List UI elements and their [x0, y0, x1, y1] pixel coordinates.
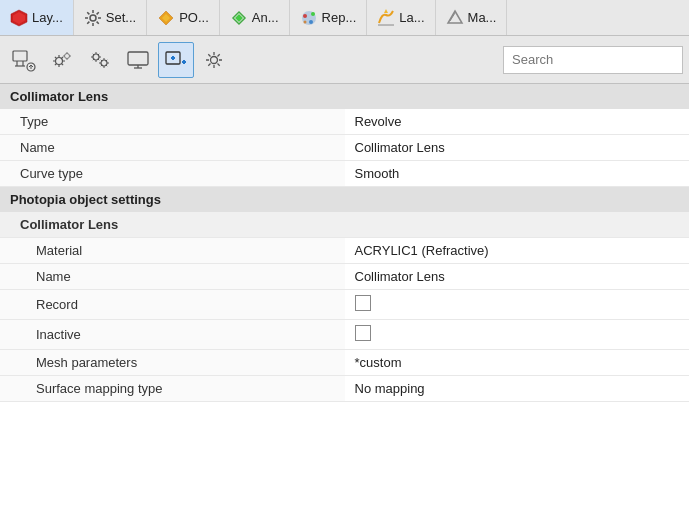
analyze-icon — [230, 9, 248, 27]
screen-icon — [126, 48, 150, 72]
prop-value-record — [345, 290, 690, 320]
menu-item-report[interactable]: Rep... — [290, 0, 368, 35]
prop-value-curve: Smooth — [345, 161, 690, 187]
table-row: Type Revolve — [0, 109, 689, 135]
table-row: Curve type Smooth — [0, 161, 689, 187]
prop-label-inactive: Inactive — [0, 320, 345, 350]
menu-item-settings-label: Set... — [106, 10, 136, 25]
subsection-row: Collimator Lens — [0, 212, 689, 238]
table-row: Mesh parameters *custom — [0, 350, 689, 376]
menu-item-po-label: PO... — [179, 10, 209, 25]
table-row: Name Collimator Lens — [0, 135, 689, 161]
content-area: Collimator Lens Type Revolve Name Collim… — [0, 84, 689, 512]
svg-point-31 — [211, 56, 218, 63]
photopia-section-title: Photopia object settings — [0, 187, 689, 212]
menu-item-analyze-label: An... — [252, 10, 279, 25]
photopia-properties-table: Collimator Lens Material ACRYLIC1 (Refra… — [0, 212, 689, 402]
toolbar-btn-gears[interactable] — [44, 42, 80, 78]
menu-item-ma[interactable]: Ma... — [436, 0, 508, 35]
la-icon — [377, 9, 395, 27]
prop-value-inactive — [345, 320, 690, 350]
toolbar-btn-cursor-settings[interactable] — [6, 42, 42, 78]
record-checkbox[interactable] — [355, 295, 371, 311]
svg-point-8 — [303, 14, 307, 18]
menu-bar: Lay... Set... PO... An... — [0, 0, 689, 36]
prop-label-record: Record — [0, 290, 345, 320]
svg-point-2 — [90, 15, 96, 21]
table-row: Material ACRYLIC1 (Refractive) — [0, 238, 689, 264]
prop-value-name: Collimator Lens — [345, 135, 690, 161]
search-box-wrap — [503, 46, 683, 74]
prop-label-material: Material — [0, 238, 345, 264]
po-icon — [157, 9, 175, 27]
layers-icon — [10, 9, 28, 27]
menu-item-po[interactable]: PO... — [147, 0, 220, 35]
menu-item-la-label: La... — [399, 10, 424, 25]
toolbar — [0, 36, 689, 84]
move-add-icon — [164, 48, 188, 72]
menu-item-la[interactable]: La... — [367, 0, 435, 35]
menu-item-analyze[interactable]: An... — [220, 0, 290, 35]
menu-item-settings[interactable]: Set... — [74, 0, 147, 35]
menu-item-layers-label: Lay... — [32, 10, 63, 25]
properties-table: Type Revolve Name Collimator Lens Curve … — [0, 109, 689, 187]
svg-point-20 — [65, 53, 70, 58]
prop-label-surface: Surface mapping type — [0, 376, 345, 402]
section-title: Collimator Lens — [0, 84, 689, 109]
ma-icon — [446, 9, 464, 27]
svg-rect-14 — [13, 51, 27, 61]
cursor-settings-icon — [12, 48, 36, 72]
prop-label-type: Type — [0, 109, 345, 135]
prop-value-ph-name: Collimator Lens — [345, 264, 690, 290]
prop-label-curve: Curve type — [0, 161, 345, 187]
inactive-checkbox[interactable] — [355, 325, 371, 341]
table-row: Inactive — [0, 320, 689, 350]
menu-item-report-label: Rep... — [322, 10, 357, 25]
svg-rect-23 — [128, 52, 148, 65]
table-row: Surface mapping type No mapping — [0, 376, 689, 402]
prop-label-name: Name — [0, 135, 345, 161]
table-row: Record — [0, 290, 689, 320]
prop-value-material: ACRYLIC1 (Refractive) — [345, 238, 690, 264]
gear-icon — [202, 48, 226, 72]
svg-point-11 — [303, 20, 306, 23]
table-row: Name Collimator Lens — [0, 264, 689, 290]
toolbar-btn-screen[interactable] — [120, 42, 156, 78]
toolbar-btn-gears2[interactable] — [82, 42, 118, 78]
toolbar-btn-move-add[interactable] — [158, 42, 194, 78]
svg-marker-12 — [448, 11, 462, 23]
gears-icon — [50, 48, 74, 72]
search-input[interactable] — [503, 46, 683, 74]
settings-icon — [84, 9, 102, 27]
gears2-icon — [88, 48, 112, 72]
subsection-label: Collimator Lens — [0, 212, 345, 238]
prop-label-ph-name: Name — [0, 264, 345, 290]
menu-item-layers[interactable]: Lay... — [0, 0, 74, 35]
prop-value-type: Revolve — [345, 109, 690, 135]
svg-point-10 — [309, 20, 313, 24]
prop-label-mesh: Mesh parameters — [0, 350, 345, 376]
prop-value-mesh: *custom — [345, 350, 690, 376]
prop-value-surface: No mapping — [345, 376, 690, 402]
menu-item-ma-label: Ma... — [468, 10, 497, 25]
svg-point-9 — [311, 12, 315, 16]
subsection-value — [345, 212, 690, 238]
report-icon — [300, 9, 318, 27]
toolbar-btn-gear[interactable] — [196, 42, 232, 78]
